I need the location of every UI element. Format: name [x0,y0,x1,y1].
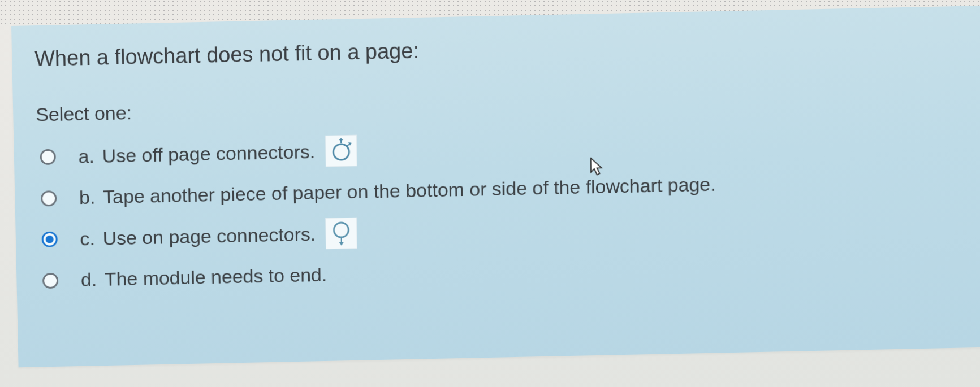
svg-point-5 [334,223,349,237]
select-one-label: Select one: [36,85,958,126]
page-root: When a flowchart does not fit on a page:… [0,0,980,387]
option-a-letter: a. [78,145,94,167]
option-c-label: c. Use on page connectors. [80,218,357,255]
option-b-text: Tape another piece of paper on the botto… [103,173,716,208]
option-d-text: The module needs to end. [105,264,327,290]
on-page-connector-icon [326,218,358,250]
option-a-text: Use off page connectors. [102,141,315,167]
svg-marker-7 [339,242,344,246]
option-c-letter: c. [80,228,95,250]
option-b-letter: b. [79,186,96,208]
radio-c[interactable] [41,232,57,247]
option-a[interactable]: a. Use off page connectors. [40,122,958,173]
option-d-letter: d. [81,268,97,290]
option-b-label: b. Tape another piece of paper on the bo… [79,173,716,208]
option-d-label: d. The module needs to end. [81,264,327,291]
options-group: a. Use off page connectors. [40,122,958,292]
option-a-label: a. Use off page connectors. [78,135,357,172]
option-b[interactable]: b. Tape another piece of paper on the bo… [41,168,958,210]
option-c[interactable]: c. Use on page connectors. [41,205,958,255]
question-card: When a flowchart does not fit on a page:… [11,6,980,367]
question-prompt: When a flowchart does not fit on a page: [34,28,958,71]
svg-point-2 [333,144,349,160]
off-page-connector-icon [325,135,357,167]
option-d[interactable]: d. The module needs to end. [42,251,959,292]
radio-b[interactable] [41,190,57,206]
radio-a[interactable] [40,149,55,165]
svg-marker-1 [339,139,343,142]
option-c-text: Use on page connectors. [102,223,316,249]
radio-d[interactable] [42,272,58,288]
